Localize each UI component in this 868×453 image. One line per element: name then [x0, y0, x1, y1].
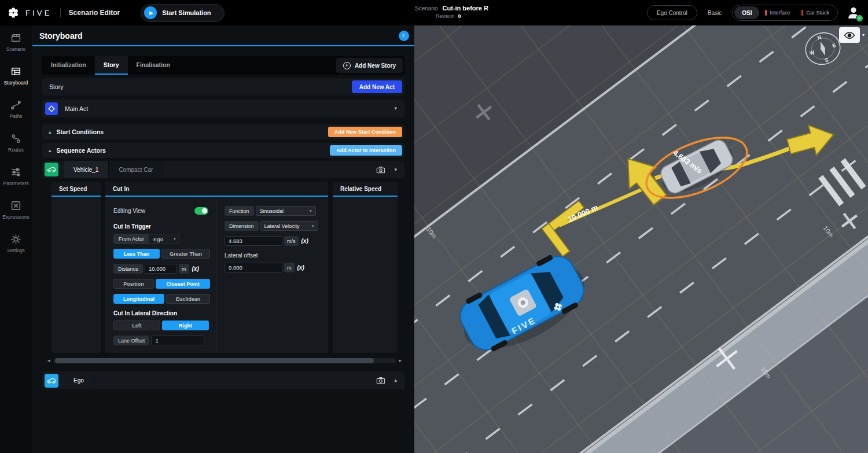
- card-relative-speed: Relative Speed: [333, 182, 398, 353]
- chevron-down-icon: ▾: [174, 237, 176, 241]
- tab-story[interactable]: Story: [95, 56, 128, 75]
- sidebar-item-paths[interactable]: Paths: [0, 93, 32, 126]
- add-new-story-button[interactable]: + Add New Story: [336, 58, 403, 73]
- cut-in-right-column: Function Sinusoidal ▾ Dimension Lateral …: [216, 198, 328, 353]
- right-button[interactable]: Right: [162, 321, 209, 330]
- car-stack-option[interactable]: Car Stack: [796, 10, 835, 16]
- act-icon: [45, 102, 58, 115]
- chevron-down-icon[interactable]: ▾: [394, 167, 397, 172]
- sidebar-item-settings[interactable]: Settings: [0, 227, 32, 260]
- speed-input[interactable]: [225, 236, 282, 246]
- left-button[interactable]: Left: [113, 321, 160, 330]
- gear-icon: [10, 234, 21, 245]
- interface-status-bar: [765, 10, 767, 16]
- euclidean-button[interactable]: Euclidean: [166, 294, 210, 304]
- ego-name-tab[interactable]: Ego: [64, 371, 94, 389]
- routes-icon: [10, 133, 21, 144]
- lateral-offset-title: Lateral offset: [225, 252, 258, 259]
- tab-initialization[interactable]: Initialization: [42, 56, 95, 75]
- cut-in-left-column: Editing View Cut In Trigger From Actor E…: [105, 198, 216, 353]
- collapse-up-icon[interactable]: ▴: [49, 148, 52, 153]
- scrollbar-thumb[interactable]: [55, 358, 374, 363]
- lateral-offset-expression-button[interactable]: (x): [296, 264, 306, 271]
- greater-than-button[interactable]: Greater Than: [161, 249, 210, 259]
- add-start-condition-button[interactable]: Add New Start Condition: [328, 127, 402, 137]
- view-options-caret[interactable]: ▾: [862, 32, 865, 38]
- chevron-down-icon[interactable]: ▾: [394, 106, 404, 111]
- collapse-up-icon[interactable]: ▴: [49, 130, 52, 135]
- lateral-offset-input[interactable]: [225, 263, 282, 272]
- function-select[interactable]: Sinusoidal ▾: [256, 206, 316, 216]
- set-speed-tab[interactable]: Set Speed: [52, 182, 101, 197]
- horizontal-scrollbar: ◂ ▸: [47, 357, 402, 364]
- vehicle-type-tab[interactable]: Compact Car: [109, 161, 163, 178]
- scenario-editor-app: FIVE Scenario Editor ▶ Start Simulation …: [0, 0, 868, 453]
- story-row: Story Add New Act: [42, 78, 404, 95]
- osi-option[interactable]: OSI: [734, 6, 759, 19]
- scenario-icon: [10, 32, 21, 43]
- paths-icon: [10, 100, 21, 111]
- scrollbar-track[interactable]: [53, 358, 396, 363]
- topbar-right: Ego Control Basic OSI Interface Car Stac…: [647, 0, 861, 25]
- sequence-actors-label: Sequence Actors: [57, 147, 106, 154]
- comparison-row: Less Than Greater Than: [113, 249, 210, 259]
- ego-control-button[interactable]: Ego Control: [647, 5, 697, 20]
- start-conditions-row[interactable]: ▴ Start Conditions Add New Start Conditi…: [42, 124, 404, 139]
- user-avatar[interactable]: ✓: [846, 5, 861, 20]
- dimension-label: Dimension: [225, 221, 259, 231]
- play-icon: ▶: [144, 6, 157, 19]
- start-simulation-button[interactable]: ▶ Start Simulation: [141, 4, 224, 22]
- storyboard-tabs: Initialization Story Finalisation + Add …: [42, 56, 404, 75]
- dimension-select[interactable]: Lateral Velocity ▾: [260, 221, 318, 231]
- editing-view-toggle[interactable]: [194, 207, 208, 215]
- vehicle-name-tab[interactable]: Vehicle_1: [64, 161, 109, 178]
- relative-speed-tab[interactable]: Relative Speed: [333, 182, 398, 197]
- interface-option[interactable]: Interface: [759, 10, 796, 16]
- plus-icon: +: [343, 62, 351, 69]
- add-actor-button[interactable]: Add Actor to Interaction: [330, 145, 402, 156]
- top-bar: FIVE Scenario Editor ▶ Start Simulation …: [0, 0, 868, 25]
- from-actor-select[interactable]: From Actor Ego ▾: [113, 234, 179, 244]
- scroll-left-arrow[interactable]: ◂: [47, 358, 50, 363]
- scroll-right-arrow[interactable]: ▸: [399, 358, 402, 363]
- eye-icon[interactable]: [839, 27, 860, 43]
- sidebar-item-scenario[interactable]: Scenario: [0, 25, 32, 59]
- less-than-button[interactable]: Less Than: [113, 249, 160, 259]
- dimension-row: Dimension Lateral Velocity ▾: [225, 221, 318, 231]
- storyboard-icon: [10, 66, 21, 77]
- sidebar-item-routes[interactable]: Routes: [0, 126, 32, 160]
- closest-point-button[interactable]: Closest Point: [156, 279, 210, 289]
- add-new-act-button[interactable]: Add New Act: [352, 80, 402, 93]
- sidebar-item-storyboard[interactable]: Storyboard: [0, 59, 32, 93]
- road-ground: 10m 10m 10m: [414, 25, 868, 453]
- story-label: Story: [49, 83, 64, 90]
- speed-expression-button[interactable]: (x): [300, 238, 310, 244]
- basic-button[interactable]: Basic: [705, 10, 724, 16]
- lateral-offset-row: m (x): [225, 263, 306, 272]
- expressions-icon: [10, 200, 21, 211]
- distance-input[interactable]: [145, 264, 177, 274]
- ego-row: Ego ▴: [42, 371, 404, 389]
- main-act-row[interactable]: Main Act ▾: [42, 100, 404, 117]
- camera-icon[interactable]: [376, 166, 385, 174]
- sequence-actors-row[interactable]: ▴ Sequence Actors Add Actor to Interacti…: [42, 143, 404, 158]
- position-button[interactable]: Position: [113, 279, 154, 289]
- stack-selector: OSI Interface Car Stack: [732, 5, 838, 21]
- lane-offset-input[interactable]: [151, 336, 204, 345]
- start-simulation-label: Start Simulation: [162, 9, 211, 16]
- distance-expression-button[interactable]: (x): [191, 266, 200, 272]
- vehicle-icon: [45, 163, 58, 176]
- sidebar-item-expressions[interactable]: Expressions: [0, 193, 32, 227]
- tab-finalisation[interactable]: Finalisation: [128, 56, 179, 75]
- collapse-panel-button[interactable]: ‹: [399, 31, 409, 41]
- chevron-up-icon[interactable]: ▴: [394, 378, 397, 383]
- viewport-3d[interactable]: 10m 10m 10m 10.000 m: [414, 25, 868, 453]
- camera-icon[interactable]: [376, 377, 385, 384]
- from-actor-row: From Actor Ego ▾: [113, 234, 179, 244]
- sidebar-item-parameters[interactable]: Parameters: [0, 160, 32, 193]
- cut-in-tab[interactable]: Cut In: [105, 182, 328, 197]
- longitudinal-button[interactable]: Longitudinal: [113, 294, 164, 304]
- panel-title: Storyboard: [39, 31, 83, 40]
- speed-value-row: m/s (x): [225, 236, 310, 246]
- from-actor-value: Ego: [149, 236, 168, 242]
